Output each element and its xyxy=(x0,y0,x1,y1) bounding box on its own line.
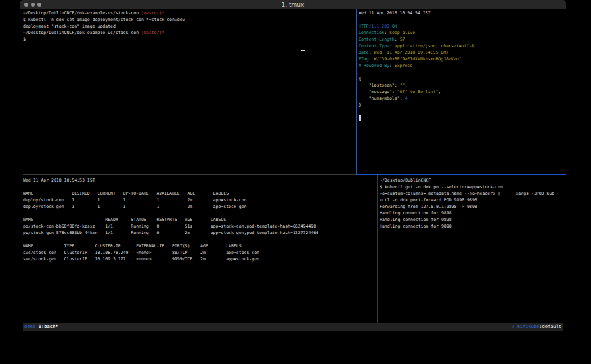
terminal-line xyxy=(359,69,566,75)
kubernetes-icon: ✳ xyxy=(512,324,514,329)
terminal-line xyxy=(23,236,376,243)
terminal-line: deploy/stock-gen 1 1 1 1 2m app=stock-ge… xyxy=(23,203,376,210)
terminal-line: "numsymbols": 4 xyxy=(359,95,566,102)
window-title: 1. tmux xyxy=(20,1,566,8)
status-left: demo0:bash* xyxy=(24,323,58,331)
pane-shell[interactable]: ~/Desktop/DublinCNCF/dok-example-us/stoc… xyxy=(23,10,355,174)
terminal-line: po/stock-con-bb68f88fd-kzsxz 1/1 Running… xyxy=(23,223,376,230)
kube-namespace: :default xyxy=(539,324,561,329)
window-tab-bash[interactable]: 0:bash* xyxy=(39,324,58,329)
terminal-line: "lastseen": "", xyxy=(359,82,566,89)
pane-border-horizontal-right[interactable] xyxy=(357,174,566,175)
terminal-line: svc/stock-gen ClusterIP 10.109.3.177 <no… xyxy=(23,256,376,262)
terminal-line xyxy=(359,16,566,23)
terminal-line: Content-Type: application/json; charset=… xyxy=(359,43,566,49)
terminal-line: HTTP/1.1 200 OK xyxy=(359,23,566,30)
terminal-line: Content-Length: 57 xyxy=(359,36,566,43)
terminal-line: -o=custom-columns=:metadata.name --no-he… xyxy=(380,190,566,197)
pane-http-response[interactable]: Wed 11 Apr 2018 10:54:54 IST HTTP/1.1 20… xyxy=(359,10,566,174)
terminal-line xyxy=(359,108,566,115)
terminal-line: Forwarding from 127.0.0.1:9898 -> 9898 xyxy=(380,203,566,210)
terminal-line: NAME DESIRED CURRENT UP-TO-DATE AVAILABL… xyxy=(23,190,376,197)
tmux-status-bar: demo0:bash* ✳ minikube:default xyxy=(23,323,563,331)
pane-border-horizontal-left[interactable] xyxy=(23,174,356,175)
terminal-line: NAME READY STATUS RESTARTS AGE LABELS xyxy=(23,216,376,223)
terminal-line: po/stock-gen-576cc688bb-44kmn 1/1 Runnin… xyxy=(23,230,376,236)
terminal-line: { xyxy=(359,75,566,82)
terminal-line: Handling connection for 9898 xyxy=(380,223,566,230)
terminal-line: ~/Desktop/DublinCNCF xyxy=(380,177,566,184)
terminal-line: deploy/stock-con 1 1 1 1 2m app=stock-co… xyxy=(23,197,376,203)
terminal-line: ETag: W/"39-0xBPf9aF1dXVNkhsxoBQgJ8vKzo" xyxy=(359,56,566,62)
terminal-line: deployment "stock-con" image updated xyxy=(23,23,355,30)
terminal-line: } xyxy=(359,102,566,108)
mouse-ibeam-pointer xyxy=(301,50,305,58)
terminal-line xyxy=(23,210,376,216)
terminal-line: Handling connection for 9898 xyxy=(380,210,566,216)
terminal-line: NAME TYPE CLUSTER-IP EXTERNAL-IP PORT(S)… xyxy=(23,243,376,249)
pane-border-vertical-top[interactable] xyxy=(356,9,357,175)
terminal-line: svc/stock-con ClusterIP 10.106.78.249 <n… xyxy=(23,249,376,256)
terminal-line: ectl -n dok port-forward POD 9898:9898 xyxy=(380,197,566,203)
terminal-line: $ kubectl get -n dok po --selector=app=s… xyxy=(380,184,566,190)
terminal-line xyxy=(359,115,566,121)
status-right: ✳ minikube:default xyxy=(512,323,561,331)
pane-port-forward[interactable]: ~/Desktop/DublinCNCF$ kubectl get -n dok… xyxy=(380,177,566,323)
title-bar[interactable]: 1. tmux xyxy=(20,0,566,9)
terminal-line: "message": "Off to Berlin!", xyxy=(359,89,566,95)
terminal-line: Handling connection for 9898 xyxy=(380,216,566,223)
pane-border-vertical-bottom[interactable] xyxy=(377,175,378,323)
terminal-line: $ xyxy=(23,36,355,43)
kube-context: minikube xyxy=(517,324,540,329)
terminal-line: $ kubectl -n dok set image deployment/st… xyxy=(23,16,355,23)
terminal-line: Date: Wed, 11 Apr 2018 09:54:55 GMT xyxy=(359,49,566,56)
pane-kubectl-watch[interactable]: Wed 11 Apr 2018 10:54:53 IST NAME DESIRE… xyxy=(23,177,376,323)
terminal-line: ~/Desktop/DublinCNCF/dok-example-us/stoc… xyxy=(23,30,355,36)
session-name: demo xyxy=(24,324,35,329)
terminal-line xyxy=(23,184,376,190)
terminal-line: Wed 11 Apr 2018 10:54:53 IST xyxy=(23,177,376,184)
terminal-line: Wed 11 Apr 2018 10:54:54 IST xyxy=(359,10,566,16)
terminal-line: Connection: keep-alive xyxy=(359,30,566,36)
terminal-window: 1. tmux ~/Desktop/DublinCNCF/dok-example… xyxy=(20,0,566,332)
terminal-line: X-Powered-By: Express xyxy=(359,62,566,69)
terminal-line: ~/Desktop/DublinCNCF/dok-example-us/stoc… xyxy=(23,10,355,16)
